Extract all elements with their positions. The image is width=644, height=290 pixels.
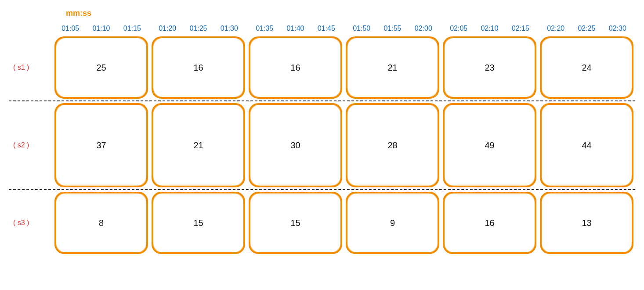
- cell-s1-3: 21: [346, 36, 439, 99]
- corner-empty: [9, 9, 53, 25]
- time-format-label: mm:ss: [53, 9, 150, 18]
- time-tick: 01:25: [189, 25, 207, 32]
- time-header-col-5: 02:20 02:25 02:30: [538, 25, 635, 35]
- cell-s2-1: 21: [152, 103, 245, 187]
- cell-s3-2: 15: [249, 192, 342, 254]
- corner-empty-2: [9, 25, 53, 35]
- row-label-s1: ( s1 ): [9, 35, 53, 100]
- cell-s3-5: 13: [540, 192, 633, 254]
- time-header-col-4: 02:05 02:10 02:15: [441, 25, 538, 35]
- cell-s2-0: 37: [54, 103, 148, 187]
- chart-grid: mm:ss 01:05 01:10 01:15 01:20 01:25 01:3…: [9, 9, 635, 256]
- time-tick: 01:40: [286, 25, 304, 32]
- cell-s2-4: 49: [443, 103, 536, 187]
- cell-s2-3: 28: [346, 103, 439, 187]
- time-tick: 02:05: [450, 25, 467, 32]
- cell-s1-0: 25: [54, 36, 148, 99]
- time-header-col-3: 01:50 01:55 02:00: [344, 25, 441, 35]
- time-tick: 01:05: [62, 25, 79, 32]
- time-tick: 01:50: [353, 25, 370, 32]
- cell-s1-1: 16: [152, 36, 245, 99]
- time-header-col-0: 01:05 01:10 01:15: [53, 25, 150, 35]
- cell-s2-2: 30: [249, 103, 342, 187]
- row-label-s2: ( s2 ): [9, 101, 53, 189]
- time-tick: 02:30: [609, 25, 626, 32]
- cell-s1-4: 23: [443, 36, 536, 99]
- time-tick: 01:10: [92, 25, 110, 32]
- time-tick: 01:45: [318, 25, 335, 32]
- cell-s3-1: 15: [152, 192, 245, 254]
- cell-s1-2: 16: [249, 36, 342, 99]
- time-tick: 02:00: [415, 25, 432, 32]
- time-tick: 02:20: [547, 25, 564, 32]
- cell-s3-4: 16: [443, 192, 536, 254]
- time-tick: 02:10: [481, 25, 498, 32]
- time-tick: 01:55: [384, 25, 401, 32]
- time-tick: 01:20: [159, 25, 176, 32]
- time-header-col-1: 01:20 01:25 01:30: [150, 25, 247, 35]
- time-header-col-2: 01:35 01:40 01:45: [247, 25, 344, 35]
- cell-s1-5: 24: [540, 36, 633, 99]
- cell-s3-0: 8: [54, 192, 148, 254]
- row-label-s3: ( s3 ): [9, 190, 53, 256]
- time-tick: 01:15: [123, 25, 141, 32]
- time-tick: 02:15: [512, 25, 529, 32]
- cell-s2-5: 44: [540, 103, 633, 187]
- time-tick: 02:25: [578, 25, 595, 32]
- time-tick: 01:30: [221, 25, 238, 32]
- time-tick: 01:35: [256, 25, 273, 32]
- cell-s3-3: 9: [346, 192, 439, 254]
